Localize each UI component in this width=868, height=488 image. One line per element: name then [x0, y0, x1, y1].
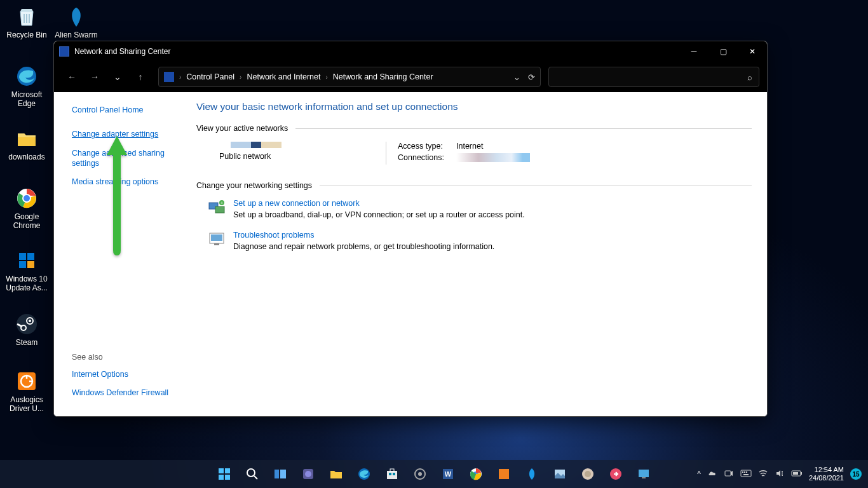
edge-icon: [14, 64, 39, 89]
content-area: Control Panel Home Change adapter settin…: [54, 92, 767, 416]
connections-label: Connections:: [398, 153, 456, 162]
svg-rect-49: [741, 470, 751, 477]
network-type-label: Public network: [219, 152, 386, 161]
svg-rect-22: [225, 468, 230, 473]
control-panel-home-link[interactable]: Control Panel Home: [72, 105, 171, 115]
desktop-icon-downloads[interactable]: downloads: [3, 126, 51, 161]
keyboard-icon[interactable]: [740, 469, 752, 479]
svg-rect-20: [214, 243, 219, 245]
auslogics-icon: [14, 369, 39, 394]
explorer-button[interactable]: [324, 462, 348, 486]
app-pink-button[interactable]: [604, 462, 628, 486]
svg-rect-47: [642, 477, 646, 478]
store-button[interactable]: [380, 462, 404, 486]
minimize-button[interactable]: ─: [679, 41, 709, 62]
meet-now-icon[interactable]: [724, 468, 734, 480]
app-circle-button[interactable]: [576, 462, 600, 486]
divider: [295, 128, 752, 129]
wifi-icon[interactable]: [758, 468, 768, 480]
change-sharing-settings-link[interactable]: Change advanced sharing settings: [72, 148, 171, 169]
svg-rect-50: [742, 471, 743, 473]
word-button[interactable]: W: [436, 462, 460, 486]
widgets-button[interactable]: [296, 462, 320, 486]
desktop-icon-alien-swarm[interactable]: Alien Swarm: [52, 4, 100, 39]
svg-point-29: [305, 471, 311, 477]
svg-point-10: [29, 320, 31, 322]
titlebar[interactable]: Network and Sharing Center ─ ▢ ✕: [54, 41, 767, 62]
tray-chevron-icon[interactable]: ^: [697, 470, 701, 478]
desktop-icon-recycle-bin[interactable]: Recycle Bin: [3, 4, 51, 39]
app-monitor-button[interactable]: [632, 462, 656, 486]
main-pane: View your basic network information and …: [181, 92, 767, 416]
access-type-label: Access type:: [398, 142, 456, 151]
desktop-icon-edge[interactable]: Microsoft Edge: [3, 64, 51, 109]
system-tray: ^ 12:54 AM 24/08/2021 15: [697, 466, 862, 482]
setup-connection-desc: Set up a broadband, dial-up, or VPN conn…: [233, 210, 525, 219]
svg-rect-56: [793, 472, 798, 475]
svg-rect-24: [225, 475, 230, 480]
internet-options-link[interactable]: Internet Options: [72, 369, 171, 379]
chevron-right-icon: ›: [325, 74, 327, 81]
battery-icon[interactable]: [791, 470, 803, 478]
svg-text:W: W: [445, 470, 452, 478]
address-dropdown-icon[interactable]: ⌄: [513, 72, 520, 82]
notification-badge[interactable]: 15: [850, 468, 862, 480]
setup-connection-link[interactable]: Set up a new connection or network: [233, 199, 525, 208]
svg-rect-5: [27, 253, 34, 260]
desktop-icon-chrome[interactable]: Google Chrome: [3, 186, 51, 231]
svg-rect-34: [393, 473, 395, 475]
close-button[interactable]: ✕: [738, 41, 767, 62]
svg-rect-19: [211, 234, 222, 241]
change-adapter-settings-link[interactable]: Change adapter settings: [72, 129, 171, 139]
app-orange-button[interactable]: [492, 462, 516, 486]
svg-rect-21: [219, 468, 224, 473]
breadcrumb-network-internet[interactable]: Network and Internet: [244, 71, 323, 83]
refresh-icon[interactable]: ⟳: [528, 72, 535, 82]
edge-button[interactable]: [352, 462, 376, 486]
clock[interactable]: 12:54 AM 24/08/2021: [809, 466, 844, 482]
svg-rect-15: [215, 207, 224, 213]
maximize-button[interactable]: ▢: [709, 41, 738, 62]
connection-name-redacted[interactable]: [456, 153, 530, 162]
taskbar[interactable]: W ^: [0, 460, 868, 488]
search-button[interactable]: [240, 462, 264, 486]
app-blue-flame-button[interactable]: [520, 462, 544, 486]
desktop-icon-win10-update[interactable]: Windows 10 Update As...: [3, 248, 51, 293]
steam-icon: [14, 311, 39, 337]
chrome-icon: [14, 186, 39, 211]
svg-point-36: [418, 472, 422, 476]
svg-rect-27: [280, 470, 286, 478]
windows-update-icon: [14, 248, 39, 273]
back-button[interactable]: ←: [62, 67, 82, 87]
media-streaming-link[interactable]: Media streaming options: [72, 177, 171, 187]
access-type-value: Internet: [456, 142, 483, 151]
search-box[interactable]: ⌕: [548, 67, 759, 87]
settings-button[interactable]: [408, 462, 432, 486]
breadcrumb-network-sharing[interactable]: Network and Sharing Center: [330, 71, 436, 83]
start-button[interactable]: [212, 462, 236, 486]
desktop-icon-steam[interactable]: Steam: [3, 311, 51, 347]
search-input[interactable]: [555, 72, 747, 81]
troubleshoot-icon: [208, 231, 226, 248]
up-button[interactable]: ↑: [130, 67, 151, 87]
folder-icon: [14, 126, 39, 151]
setup-connection-item: + Set up a new connection or network Set…: [196, 199, 752, 219]
setup-connection-icon: +: [208, 199, 226, 217]
svg-rect-7: [27, 261, 34, 268]
recent-dropdown[interactable]: ⌄: [107, 67, 128, 87]
desktop-icon-auslogics[interactable]: Auslogics Driver U...: [3, 369, 51, 414]
defender-firewall-link[interactable]: Windows Defender Firewall: [72, 388, 171, 398]
app-photos-button[interactable]: [548, 462, 572, 486]
onedrive-icon[interactable]: [707, 468, 717, 480]
task-view-button[interactable]: [268, 462, 292, 486]
address-bar[interactable]: › Control Panel › Network and Internet ›…: [158, 67, 541, 87]
forward-button[interactable]: →: [85, 67, 105, 87]
volume-icon[interactable]: [775, 468, 785, 480]
svg-rect-6: [19, 261, 26, 268]
svg-rect-31: [387, 471, 397, 479]
chevron-right-icon: ›: [179, 74, 181, 81]
chrome-button[interactable]: [464, 462, 488, 486]
breadcrumb-control-panel[interactable]: Control Panel: [184, 71, 237, 83]
troubleshoot-link[interactable]: Troubleshoot problems: [233, 231, 494, 240]
chevron-right-icon: ›: [240, 74, 241, 81]
